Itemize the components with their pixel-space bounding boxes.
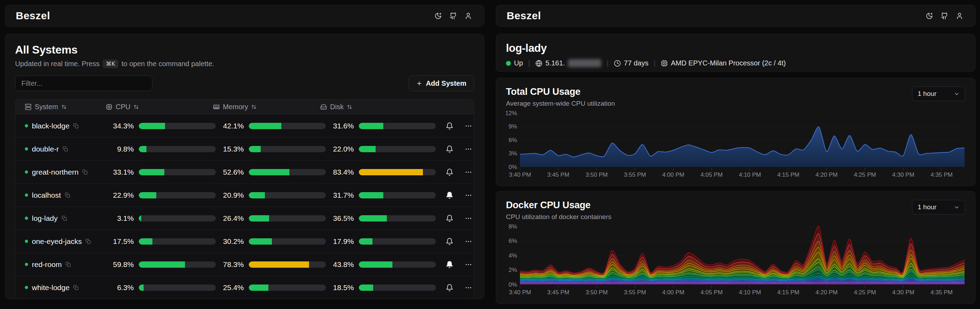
uptime-clock-icon [614, 60, 621, 67]
ip-chip: 5.161. [535, 59, 601, 67]
app-logo[interactable]: Beszel [507, 10, 541, 22]
svg-text:4:35 PM: 4:35 PM [931, 171, 953, 178]
cpu-icon [106, 104, 113, 110]
command-palette-kbd[interactable]: ⌘K [103, 60, 118, 68]
svg-text:3:45 PM: 3:45 PM [547, 289, 570, 296]
add-system-label: Add System [426, 79, 466, 87]
svg-text:0%: 0% [508, 164, 517, 170]
copy-icon[interactable] [82, 170, 88, 174]
svg-text:4:30 PM: 4:30 PM [892, 171, 914, 178]
table-row[interactable]: log-lady 3.1% 26.4% 36.5% [16, 206, 474, 230]
disk-cell: 31.6% [326, 122, 436, 130]
redacted-ip [568, 59, 601, 67]
table-row[interactable]: one-eyed-jacks 17.5% 30.2% 17.9% [16, 230, 474, 253]
bell-icon [445, 261, 453, 268]
svg-text:4:00 PM: 4:00 PM [662, 289, 684, 296]
cpu-value: 33.1% [106, 168, 134, 176]
app-logo[interactable]: Beszel [16, 10, 50, 22]
svg-text:8%: 8% [508, 223, 517, 230]
system-name: red-room [32, 260, 62, 269]
memory-cell: 15.3% [216, 145, 326, 153]
column-header-disk[interactable]: Disk [320, 103, 428, 111]
github-button[interactable] [448, 11, 458, 21]
copy-icon[interactable] [62, 216, 67, 221]
bell-icon [445, 145, 453, 153]
table-row[interactable]: localhost 22.9% 20.9% 31.7% [16, 183, 474, 206]
copy-icon[interactable] [73, 285, 78, 290]
alerts-bell-button[interactable] [444, 259, 455, 270]
alerts-bell-button[interactable] [444, 167, 455, 177]
table-row[interactable]: black-lodge 34.3% 42.1% 31.6% [16, 114, 474, 137]
memory-meter [249, 215, 326, 222]
table-row[interactable]: great-northern 33.1% 52.6% 83.4% [16, 160, 474, 183]
disk-meter [359, 146, 436, 152]
copy-icon[interactable] [65, 262, 71, 267]
system-status-dot [25, 286, 28, 289]
table-body: black-lodge 34.3% 42.1% 31.6% double-r 9… [16, 114, 474, 299]
disk-cell: 17.9% [326, 237, 436, 246]
cpu-model-chip: AMD EPYC-Milan Processor (2c / 4t) [661, 59, 786, 67]
disk-value: 36.5% [326, 214, 354, 223]
system-status-dot [25, 193, 28, 196]
table-row[interactable]: double-r 9.8% 15.3% 22.0% [16, 137, 474, 160]
copy-icon[interactable] [73, 123, 78, 128]
alerts-bell-button[interactable] [444, 190, 455, 201]
alerts-bell-button[interactable] [444, 282, 455, 293]
memory-value: 78.3% [216, 260, 244, 269]
disk-meter [359, 215, 436, 222]
row-menu-button[interactable] [463, 213, 474, 223]
bell-icon [445, 238, 453, 245]
column-header-cpu[interactable]: CPU [106, 103, 213, 111]
row-menu-button[interactable] [463, 121, 474, 131]
cpu-cell: 33.1% [106, 168, 216, 176]
column-label: Memory [223, 103, 248, 111]
copy-icon[interactable] [86, 239, 91, 244]
row-actions [436, 190, 474, 201]
alerts-bell-button[interactable] [444, 144, 455, 154]
copy-icon[interactable] [63, 146, 68, 152]
cpu-value: 9.8% [106, 145, 134, 153]
table-row[interactable]: white-lodge 6.3% 25.4% 18.5% [16, 276, 474, 299]
copy-icon[interactable] [65, 192, 70, 198]
disk-meter [359, 192, 436, 198]
time-range-select[interactable]: 1 hour [912, 200, 965, 214]
table-row[interactable]: red-room 59.8% 78.3% 43.8% [16, 253, 474, 276]
user-button[interactable] [955, 11, 964, 21]
svg-text:6%: 6% [508, 137, 517, 143]
github-button[interactable] [939, 11, 950, 21]
alerts-bell-button[interactable] [444, 236, 455, 247]
row-menu-button[interactable] [463, 236, 474, 247]
user-button[interactable] [463, 11, 473, 21]
total-cpu-chart-card: Total CPU Usage Average system-wide CPU … [496, 78, 975, 186]
theme-toggle-button[interactable] [924, 11, 934, 21]
disk-meter [359, 123, 436, 129]
column-label: CPU [116, 103, 130, 111]
chevron-down-icon [954, 91, 960, 97]
cpu-cell: 6.3% [106, 284, 216, 292]
row-menu-button[interactable] [463, 282, 474, 293]
page: Beszel All Systems Updated in real time.… [0, 0, 980, 309]
system-status-row: Up | 5.161. | 77 days | AMD EPYC-Milan P… [506, 59, 965, 67]
system-name: black-lodge [32, 122, 69, 130]
user-icon [465, 12, 472, 20]
alerts-bell-button[interactable] [444, 213, 455, 223]
topbar-icons [924, 11, 964, 21]
svg-text:4:00 PM: 4:00 PM [662, 171, 684, 178]
row-menu-button[interactable] [463, 190, 474, 201]
add-system-button[interactable]: Add System [409, 75, 474, 91]
row-menu-button[interactable] [463, 259, 474, 270]
row-menu-button[interactable] [463, 167, 474, 177]
filter-input[interactable] [15, 76, 153, 91]
column-header-memory[interactable]: Memory [213, 103, 320, 111]
uptime-chip: 77 days [614, 59, 649, 67]
column-header-system[interactable]: System [16, 103, 106, 111]
alerts-bell-button[interactable] [444, 121, 455, 131]
systems-column: Beszel All Systems Updated in real time.… [5, 5, 484, 299]
time-range-value: 1 hour [918, 203, 937, 211]
row-menu-button[interactable] [463, 144, 474, 154]
theme-toggle-button[interactable] [433, 11, 443, 21]
svg-text:4:20 PM: 4:20 PM [816, 171, 838, 178]
time-range-select[interactable]: 1 hour [912, 86, 965, 101]
disk-value: 31.7% [326, 191, 354, 200]
cpu-meter [139, 215, 216, 222]
